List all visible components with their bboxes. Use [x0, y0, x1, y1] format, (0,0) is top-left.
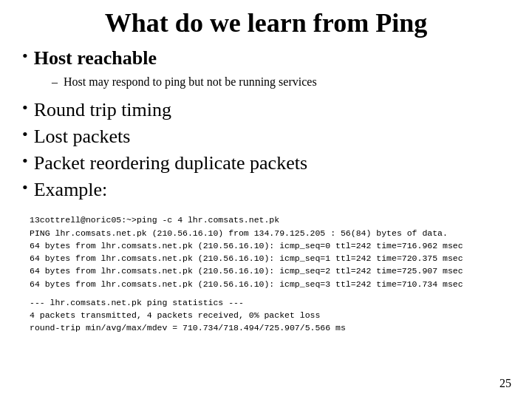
stats-line-0: --- lhr.comsats.net.pk ping statistics -… [30, 296, 510, 309]
code-line-2: 64 bytes from lhr.comsats.net.pk (210.56… [30, 239, 510, 252]
bullet-1: • Host reachable [22, 46, 510, 71]
bullet-marker-3: • [22, 177, 28, 199]
bullet-item-3: • Example: [22, 177, 510, 202]
code-line-1: PING lhr.comsats.net.pk (210.56.16.10) f… [30, 227, 510, 239]
stats-line-2: round-trip min/avg/max/mdev = 710.734/71… [30, 321, 510, 334]
bullet-text-3: Example: [34, 177, 108, 202]
bullet-marker-0: • [22, 98, 28, 119]
code-line-5: 64 bytes from lhr.comsats.net.pk (210.56… [30, 278, 510, 290]
page-number: 25 [499, 377, 511, 390]
bullet-item-2: • Packet reordering duplicate packets [22, 151, 510, 176]
bullet-text-1: Lost packets [34, 124, 131, 149]
bullet-sub-marker: – [52, 74, 58, 90]
bullet-marker-1: • [22, 124, 28, 146]
code-line-4: 64 bytes from lhr.comsats.net.pk (210.56… [30, 265, 510, 277]
stats-block: --- lhr.comsats.net.pk ping statistics -… [30, 296, 510, 335]
bullet-text-2: Packet reordering duplicate packets [34, 151, 307, 176]
bullet-text-1: Host reachable [34, 46, 157, 71]
bullet-item-1: • Lost packets [22, 124, 510, 149]
bullet-text-0: Round trip timing [34, 98, 171, 123]
bullet-marker-1: • [22, 46, 28, 67]
slide: What do we learn from Ping • Host reacha… [0, 0, 532, 399]
bullet-item-0: • Round trip timing [22, 98, 510, 123]
code-line-3: 64 bytes from lhr.comsats.net.pk (210.56… [30, 252, 510, 265]
code-block: 13cottrell@noric05:~>ping -c 4 lhr.comsa… [30, 214, 510, 290]
bullet-1-sub: – Host may respond to ping but not be ru… [52, 74, 510, 90]
bullets-group: • Round trip timing • Lost packets • Pac… [22, 98, 510, 203]
slide-title: What do we learn from Ping [22, 7, 510, 38]
stats-line-1: 4 packets transmitted, 4 packets receive… [30, 309, 510, 321]
bullet-marker-2: • [22, 151, 28, 172]
bullet-sub-text: Host may respond to ping but not be runn… [64, 74, 317, 90]
code-line-0: 13cottrell@noric05:~>ping -c 4 lhr.comsa… [30, 214, 510, 226]
